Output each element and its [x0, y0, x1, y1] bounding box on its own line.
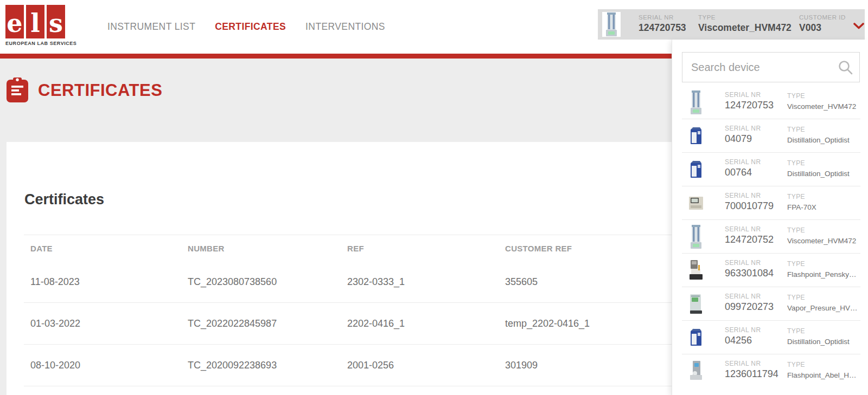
table-column-header: REF [341, 244, 499, 253]
serial-label: SERIAL NR [725, 326, 761, 334]
device-thumbnail-icon [688, 190, 704, 217]
type-value: Viscometer_HVM472 [787, 102, 856, 111]
table-column-header: DATE [24, 244, 181, 253]
device-serial-group: SERIAL NR 124720753 [725, 91, 774, 111]
device-list-item[interactable]: SERIAL NR 00764 TYPE Distillation_Optidi… [672, 153, 868, 186]
serial-label: SERIAL NR [725, 293, 774, 300]
serial-value: 124720753 [639, 22, 686, 34]
device-serial-group: SERIAL NR 124720752 [725, 225, 774, 245]
device-thumbnail-icon [602, 12, 621, 37]
logo-letter: s [49, 9, 63, 38]
serial-value: 04256 [725, 335, 761, 346]
type-value: Distillation_Optidist [787, 338, 850, 346]
certificates-clipboard-icon [7, 77, 28, 102]
cell-number: TC_2022022845987 [181, 318, 341, 329]
logo-letter-tile: e [5, 5, 24, 38]
type-label: TYPE [787, 226, 856, 234]
serial-value: 700010779 [725, 200, 774, 212]
nav-item[interactable]: INTERVENTIONS [305, 21, 385, 33]
selector-type-group: TYPE Viscometer_HVM472 [698, 14, 792, 34]
cell-ref: 2302-0333_1 [341, 276, 499, 288]
type-value: Distillation_Optidist [787, 170, 850, 178]
logo-caption: EUROPEAN LAB SERVICES [5, 41, 76, 46]
type-label: TYPE [787, 126, 850, 133]
selector-serial-group: SERIAL NR 124720753 [639, 14, 686, 34]
device-thumbnail-icon [688, 358, 704, 385]
els-logo[interactable]: els EUROPEAN LAB SERVICES [5, 5, 76, 46]
type-label: TYPE [698, 14, 792, 21]
device-serial-group: SERIAL NR 700010779 [725, 192, 774, 212]
device-list-item[interactable]: SERIAL NR 124720753 TYPE Viscometer_HVM4… [672, 86, 868, 119]
serial-value: 00764 [725, 167, 761, 178]
cell-number: TC_2023080738560 [181, 276, 341, 288]
search-device-input[interactable] [682, 53, 859, 82]
nav-item[interactable]: CERTIFICATES [215, 21, 286, 33]
logo-letter-tile: s [47, 5, 65, 38]
type-value: Flashpoint_Pensky… [787, 270, 857, 279]
device-list-item[interactable]: SERIAL NR 124720752 TYPE Viscometer_HVM4… [672, 220, 868, 254]
type-value: Vapor_Presure_HV… [787, 304, 858, 312]
device-type-group: TYPE Viscometer_HVM472 [787, 92, 856, 111]
logo-letter: e [7, 9, 22, 38]
serial-label: SERIAL NR [725, 192, 774, 199]
device-type-group: TYPE Viscometer_HVM472 [787, 226, 856, 245]
serial-label: SERIAL NR [639, 14, 686, 21]
cell-ref: 2202-0416_1 [341, 318, 499, 329]
logo-letter-tiles: els [5, 5, 76, 38]
type-value: Viscometer_HVM472 [787, 237, 856, 245]
type-value: Flashpoint_Abel_H… [787, 371, 857, 379]
device-list-item[interactable]: SERIAL NR 1236011794 TYPE Flashpoint_Abe… [672, 354, 868, 388]
type-label: TYPE [787, 327, 850, 335]
device-type-group: TYPE FPA-70X [787, 193, 816, 211]
nav-item-label: INSTRUMENT LIST [107, 21, 195, 32]
device-list-item[interactable]: SERIAL NR 963301084 TYPE Flashpoint_Pens… [672, 254, 868, 287]
device-serial-group: SERIAL NR 00764 [725, 158, 761, 178]
serial-value: 963301084 [725, 268, 774, 279]
type-label: TYPE [787, 159, 850, 167]
device-list-item[interactable]: SERIAL NR 700010779 TYPE FPA-70X [672, 186, 868, 220]
current-device-selector[interactable]: SERIAL NR 124720753 TYPE Viscometer_HVM4… [598, 9, 865, 40]
serial-value: 1236011794 [725, 368, 778, 380]
serial-label: SERIAL NR [725, 360, 778, 367]
chevron-down-icon[interactable] [853, 22, 864, 28]
logo-letter-tile: l [26, 5, 44, 38]
customer-id-label: CUSTOMER ID [799, 14, 846, 21]
type-label: TYPE [787, 361, 857, 368]
cell-number: TC_2020092238693 [181, 360, 341, 371]
serial-label: SERIAL NR [725, 158, 761, 166]
serial-label: SERIAL NR [725, 125, 761, 132]
device-serial-group: SERIAL NR 099720273 [725, 293, 774, 313]
serial-label: SERIAL NR [725, 91, 774, 99]
device-thumbnail-icon [688, 290, 704, 318]
device-serial-group: SERIAL NR 04079 [725, 125, 761, 145]
type-label: TYPE [787, 92, 856, 100]
serial-label: SERIAL NR [725, 225, 774, 233]
device-dropdown-panel: SERIAL NR 124720753 TYPE Viscometer_HVM4… [672, 40, 868, 395]
device-thumbnail-icon [688, 156, 704, 183]
selector-customer-group: CUSTOMER ID V003 [799, 14, 846, 34]
cell-date: 01-03-2022 [24, 318, 181, 329]
device-search-box [682, 52, 860, 82]
device-type-group: TYPE Distillation_Optidist [787, 126, 850, 144]
serial-value: 04079 [725, 133, 761, 145]
device-serial-group: SERIAL NR 04256 [725, 326, 761, 346]
device-list-item[interactable]: SERIAL NR 04256 TYPE Distillation_Optidi… [672, 321, 868, 354]
device-type-group: TYPE Vapor_Presure_HV… [787, 294, 858, 312]
device-list-item[interactable]: SERIAL NR 099720273 TYPE Vapor_Presure_H… [672, 287, 868, 321]
type-label: TYPE [787, 193, 816, 200]
device-thumbnail-icon [688, 122, 704, 150]
cell-date: 11-08-2023 [24, 276, 181, 288]
device-type-group: TYPE Distillation_Optidist [787, 327, 850, 346]
main-nav: INSTRUMENT LISTCERTIFICATESINTERVENTIONS [107, 0, 385, 54]
device-type-group: TYPE Flashpoint_Pensky… [787, 260, 857, 279]
nav-item[interactable]: INSTRUMENT LIST [107, 21, 195, 33]
table-column-header: NUMBER [181, 244, 341, 253]
type-label: TYPE [787, 260, 857, 268]
type-value: Viscometer_HVM472 [698, 22, 792, 34]
device-list-item[interactable]: SERIAL NR 04079 TYPE Distillation_Optidi… [672, 119, 868, 153]
device-thumbnail-icon [688, 89, 704, 116]
nav-item-label: CERTIFICATES [215, 21, 286, 32]
device-thumbnail-icon [688, 223, 704, 250]
device-thumbnail-icon [688, 257, 704, 284]
serial-value: 099720273 [725, 301, 774, 313]
